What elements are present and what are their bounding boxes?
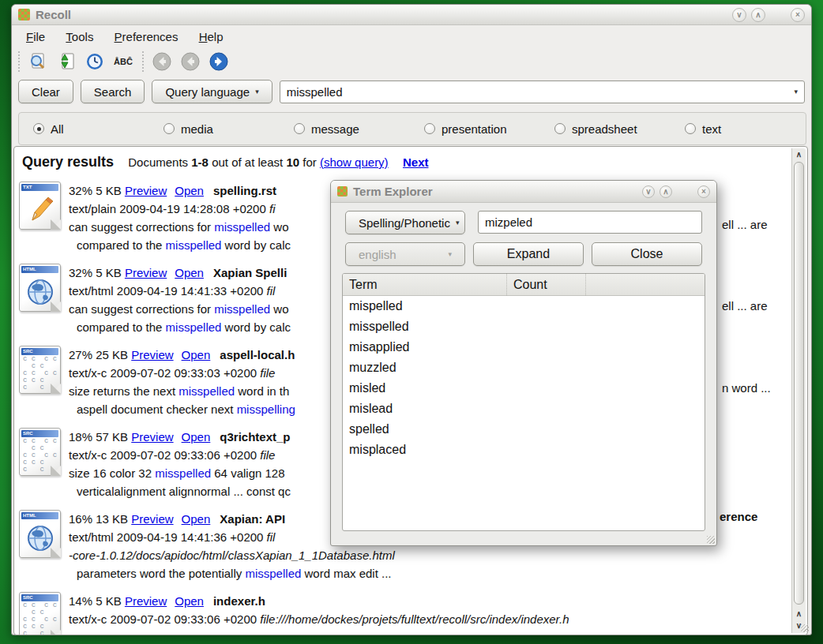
result-title: aspell-local.h xyxy=(220,348,295,361)
term-cell: misplaced xyxy=(343,440,507,460)
dialog-close-icon[interactable]: × xyxy=(697,185,710,198)
term-table-row[interactable]: misapplied xyxy=(343,337,705,358)
open-link[interactable]: Open xyxy=(175,184,204,197)
doc-range: 1-8 xyxy=(191,155,209,169)
term-table-row[interactable]: mislead xyxy=(343,399,705,419)
search-input[interactable]: misspelled ▾ xyxy=(280,80,805,103)
dialog-resize-grip[interactable] xyxy=(707,536,715,544)
close-icon[interactable]: × xyxy=(791,8,805,22)
term-table-row[interactable]: muzzled xyxy=(343,358,705,378)
snippet-text: 2009-04-19 14:41:36 +0200 xyxy=(117,530,267,544)
term-cell: spelled xyxy=(343,419,507,440)
result-title: indexer.h xyxy=(213,594,265,608)
close-button[interactable]: Close xyxy=(592,242,702,266)
filter-text[interactable]: text xyxy=(685,122,721,136)
back-icon[interactable] xyxy=(151,51,173,73)
file-size: 5 KB xyxy=(96,594,125,608)
menu-tools[interactable]: Tools xyxy=(59,27,100,47)
preview-link[interactable]: Preview xyxy=(125,184,167,197)
radio-icon xyxy=(424,123,435,134)
open-link[interactable]: Open xyxy=(182,512,211,526)
dialog-title-bar[interactable]: Term Explorer ∨ ∧ × xyxy=(331,181,716,203)
snippet-text: text/x-c xyxy=(69,612,111,626)
language-dropdown[interactable]: english ▾ xyxy=(345,242,465,266)
clear-button[interactable]: Clear xyxy=(18,80,73,103)
preview-link[interactable]: Preview xyxy=(131,512,173,526)
open-link[interactable]: Open xyxy=(182,430,211,444)
filter-media[interactable]: media xyxy=(163,122,294,136)
highlighted-term: misspelled xyxy=(166,238,222,252)
highlighted-term: misspelled xyxy=(214,220,270,234)
term-column-header[interactable]: Term xyxy=(343,274,507,295)
preview-link[interactable]: Preview xyxy=(131,430,173,444)
history-clock-icon[interactable] xyxy=(84,51,106,73)
highlighted-term: misspelled xyxy=(155,466,211,480)
category-filter-bar: All media message presentation spreadshe… xyxy=(18,112,806,145)
snippet-text: fil xyxy=(267,284,276,298)
filter-all[interactable]: All xyxy=(33,122,163,136)
filter-presentation[interactable]: presentation xyxy=(424,122,554,136)
menu-preferences[interactable]: Preferences xyxy=(108,27,185,47)
term-table-row[interactable]: misplaced xyxy=(343,440,705,460)
expansion-mode-dropdown[interactable]: Spelling/Phonetic ▾ xyxy=(345,211,465,234)
snippet-text: verticalalignment alignnormal ... const … xyxy=(77,485,291,498)
forward-icon[interactable] xyxy=(208,51,230,73)
menu-help[interactable]: Help xyxy=(193,27,230,47)
relevance-percent: 27% xyxy=(69,348,96,361)
combo-chevron-down-icon[interactable]: ▾ xyxy=(794,88,798,95)
chevron-down-icon: ▾ xyxy=(448,250,452,258)
term-explorer-icon[interactable]: ÅBĈ xyxy=(112,51,134,73)
snippet-text: text/html xyxy=(69,530,117,544)
query-language-dropdown[interactable]: Query language ▾ xyxy=(152,80,272,103)
show-query-link[interactable]: (show query) xyxy=(320,155,389,169)
menu-bar: File Tools Preferences Help xyxy=(12,25,811,47)
dialog-minimize-icon[interactable]: ∨ xyxy=(642,185,655,198)
scrollbar-thumb[interactable] xyxy=(794,162,804,605)
search-button[interactable]: Search xyxy=(81,80,145,103)
src-file-icon: SRCc c c c c c c c c c c c c c c xyxy=(19,592,61,635)
preview-link[interactable]: Preview xyxy=(131,348,173,361)
sort-by-date-icon[interactable] xyxy=(55,51,77,73)
term-table-row[interactable]: mispelled xyxy=(343,296,705,316)
toolbar-handle xyxy=(17,51,21,72)
snippet-text: -core-1.0.12/docs/apidoc/html/classXapia… xyxy=(69,549,395,562)
term-table-row[interactable]: misled xyxy=(343,378,705,399)
scroll-up2-icon[interactable]: ∧ xyxy=(793,608,806,620)
snippet-text: 2009-04-19 14:28:08 +0200 xyxy=(119,202,269,215)
highlighted-term: misspelled xyxy=(214,302,270,316)
menu-file[interactable]: File xyxy=(20,27,51,47)
dialog-maximize-icon[interactable]: ∧ xyxy=(660,185,672,198)
tool-bar: ÅBĈ xyxy=(12,47,811,76)
html-file-icon: HTML xyxy=(19,510,61,558)
term-table-header: Term Count xyxy=(343,274,705,296)
maximize-icon[interactable]: ∧ xyxy=(751,8,765,22)
scroll-up-icon[interactable]: ∧ xyxy=(793,148,806,160)
filter-spreadsheet[interactable]: spreadsheet xyxy=(554,122,685,136)
file-type-badge: SRC xyxy=(21,348,58,355)
dialog-title: Term Explorer xyxy=(353,185,433,198)
open-link[interactable]: Open xyxy=(175,266,204,279)
snippet-text: file:///home/dockes/projets/fulltext/rec… xyxy=(260,612,569,626)
snippet-text: 2009-07-02 09:33:03 +0200 xyxy=(111,366,261,380)
chevron-down-icon: ▾ xyxy=(456,219,460,227)
open-link[interactable]: Open xyxy=(182,348,211,361)
snippet-text: fil xyxy=(267,530,276,544)
window-resize-grip[interactable] xyxy=(801,624,809,632)
filter-message[interactable]: message xyxy=(294,122,424,136)
open-link[interactable]: Open xyxy=(175,594,204,608)
new-search-icon[interactable] xyxy=(27,51,49,73)
txt-file-icon: TXT xyxy=(19,182,61,230)
term-table-row[interactable]: misspelled xyxy=(343,316,705,337)
preview-link[interactable]: Preview xyxy=(125,266,167,279)
next-page-link[interactable]: Next xyxy=(403,155,429,169)
preview-link[interactable]: Preview xyxy=(125,594,167,608)
minimize-icon[interactable]: ∨ xyxy=(732,8,746,22)
expand-button[interactable]: Expand xyxy=(473,242,584,266)
count-column-header[interactable]: Count xyxy=(507,274,586,295)
back-alt-icon[interactable] xyxy=(179,51,201,73)
recoll-app-icon xyxy=(18,9,30,21)
results-scrollbar[interactable]: ∧ ∧ ∨ xyxy=(791,148,806,633)
term-table-row[interactable]: spelled xyxy=(343,419,705,440)
title-bar[interactable]: Recoll ∨ ∧ × xyxy=(12,5,811,25)
term-input[interactable]: mizpeled xyxy=(478,211,702,234)
